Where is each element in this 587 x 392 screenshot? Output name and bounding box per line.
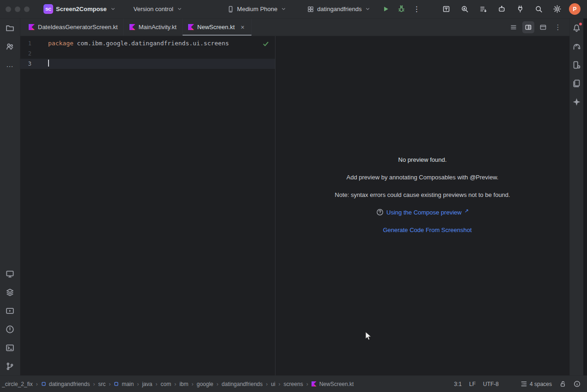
search-action-button[interactable] xyxy=(458,3,471,16)
pull-requests-tool-button[interactable] xyxy=(2,37,18,55)
device-selector[interactable]: Medium Phone xyxy=(227,6,287,13)
task-list-icon xyxy=(479,5,487,13)
generate-code-from-screenshot-link[interactable]: Generate Code From Screenshot xyxy=(383,227,471,233)
editor-options-button[interactable]: ⋮ xyxy=(552,21,564,33)
notifications-button[interactable] xyxy=(569,18,585,37)
settings-button[interactable] xyxy=(550,3,563,16)
readonly-toggle-button[interactable] xyxy=(559,380,566,387)
design-view-button[interactable] xyxy=(537,21,549,33)
preview-hint: Add preview by annotating Composables wi… xyxy=(347,168,499,186)
code-text: package com.ibm.google.datingandfriends.… xyxy=(48,38,229,49)
version-control-widget[interactable]: Version control xyxy=(134,6,183,12)
line-number[interactable]: 3 xyxy=(20,59,48,69)
checkmark-icon xyxy=(262,40,269,48)
compose-preview-doc-link-row: Using the Compose preview ↗ xyxy=(376,203,469,221)
gradle-tool-button[interactable] xyxy=(569,37,585,55)
preview-note-text: Note: syntax errors could cause existing… xyxy=(335,191,510,198)
more-tool-windows-button[interactable]: … xyxy=(2,55,18,74)
preview-title: No preview found. xyxy=(398,151,447,168)
encoding-widget[interactable]: UTF-8 xyxy=(483,381,499,387)
design-window-icon xyxy=(539,24,547,31)
tab-label: NewScreen.kt xyxy=(197,24,235,31)
line-ending-widget[interactable]: LF xyxy=(469,381,476,387)
right-tool-strip xyxy=(569,18,583,375)
indent-config-widget[interactable]: 4 spaces xyxy=(520,380,552,387)
indent-label: 4 spaces xyxy=(530,381,552,387)
ai-assistant-button[interactable] xyxy=(495,3,508,16)
android-studio-window: SC Screen2Compose Version control Medium… xyxy=(0,0,587,392)
device-manager-icon xyxy=(572,61,581,69)
close-window-button[interactable] xyxy=(6,6,11,12)
terminal-icon xyxy=(6,343,14,352)
breadcrumb-item[interactable]: _circle_2_fix xyxy=(2,381,33,387)
project-tool-button[interactable] xyxy=(2,18,18,37)
more-run-options-button[interactable]: ⋮ xyxy=(410,5,422,13)
line-number[interactable]: 2 xyxy=(20,49,48,59)
indent-icon xyxy=(520,380,527,387)
breadcrumb-item[interactable]: ui xyxy=(271,381,275,387)
run-button[interactable] xyxy=(379,3,392,16)
inspections-status-widget[interactable] xyxy=(262,40,269,48)
breadcrumb-item[interactable]: NewScreen.kt xyxy=(319,381,354,387)
close-tab-button[interactable]: × xyxy=(239,24,246,31)
breadcrumb-item[interactable]: ibm xyxy=(179,381,188,387)
breadcrumb-item[interactable]: main xyxy=(122,381,134,387)
breadcrumb-item[interactable]: src xyxy=(98,381,105,387)
tab-newscreen[interactable]: NewScreen.kt × xyxy=(183,18,252,36)
device-manager-tool-button[interactable] xyxy=(569,55,585,74)
plugins-button[interactable] xyxy=(514,3,526,16)
chevron-down-icon xyxy=(281,6,287,12)
debug-button[interactable] xyxy=(395,3,408,16)
caret-position-widget[interactable]: 3:1 xyxy=(454,381,462,387)
breadcrumb: _circle_2_fix › datingandfriends › src ›… xyxy=(2,381,354,387)
project-badge-icon: SC xyxy=(43,4,53,14)
code-editor[interactable]: 1 package com.ibm.google.datingandfriend… xyxy=(20,36,275,375)
logcat-tool-button[interactable] xyxy=(2,301,18,320)
ide-info-button[interactable] xyxy=(574,380,581,387)
status-bar-widgets: 3:1 LF UTF-8 4 spaces xyxy=(454,380,581,387)
problems-tool-button[interactable] xyxy=(2,320,18,338)
monitor-icon xyxy=(6,270,14,278)
kotlin-file-icon xyxy=(29,24,35,30)
sparkle-icon xyxy=(373,227,380,233)
question-circle-icon xyxy=(376,208,384,216)
tab-mainactivity[interactable]: MainActivity.kt xyxy=(124,18,183,36)
breadcrumb-item[interactable]: google xyxy=(196,381,213,387)
split-view-icon xyxy=(525,24,532,31)
zoom-window-button[interactable] xyxy=(24,6,30,12)
line-number[interactable]: 1 xyxy=(20,38,48,49)
people-icon xyxy=(6,42,14,51)
task-list-button[interactable] xyxy=(477,3,489,16)
breadcrumb-item[interactable]: datingandfriends xyxy=(49,381,90,387)
app-quality-insights-tool-button[interactable] xyxy=(2,283,18,301)
generate-code-link-row: Generate Code From Screenshot xyxy=(373,221,471,239)
gemini-tool-button[interactable] xyxy=(569,92,585,111)
robot-icon xyxy=(498,5,506,13)
code-view-button[interactable] xyxy=(508,21,520,33)
device-explorer-tool-button[interactable] xyxy=(569,74,585,92)
breadcrumb-item[interactable]: screens xyxy=(284,381,303,387)
tab-dateideasgeneratorscreen[interactable]: DateIdeasGeneratorScreen.kt xyxy=(23,18,124,36)
device-selector-label: Medium Phone xyxy=(237,6,277,12)
minimize-window-button[interactable] xyxy=(15,6,20,12)
main-area: … xyxy=(0,18,587,375)
breadcrumb-separator: › xyxy=(265,381,268,387)
editor-line: 1 package com.ibm.google.datingandfriend… xyxy=(20,38,275,49)
search-everywhere-button[interactable] xyxy=(532,3,545,16)
mirror-device-button[interactable] xyxy=(440,3,452,16)
run-configuration-selector[interactable]: datingandfriends xyxy=(307,6,371,13)
breadcrumb-item[interactable]: java xyxy=(142,381,152,387)
project-widget[interactable]: SC Screen2Compose xyxy=(43,4,116,14)
plug-icon xyxy=(516,5,524,13)
compose-preview-doc-link[interactable]: Using the Compose preview xyxy=(386,209,462,216)
ai-status-button[interactable] xyxy=(506,380,513,387)
running-devices-tool-button[interactable] xyxy=(2,264,18,283)
breadcrumb-item[interactable]: com xyxy=(160,381,171,387)
version-control-tool-button[interactable] xyxy=(2,357,18,375)
breadcrumb-item[interactable]: datingandfriends xyxy=(222,381,263,387)
device-files-icon xyxy=(572,79,581,88)
user-avatar[interactable]: P xyxy=(569,3,581,15)
split-view-button[interactable] xyxy=(522,21,534,33)
editor-line-current: 3 xyxy=(20,59,275,69)
terminal-tool-button[interactable] xyxy=(2,338,18,357)
